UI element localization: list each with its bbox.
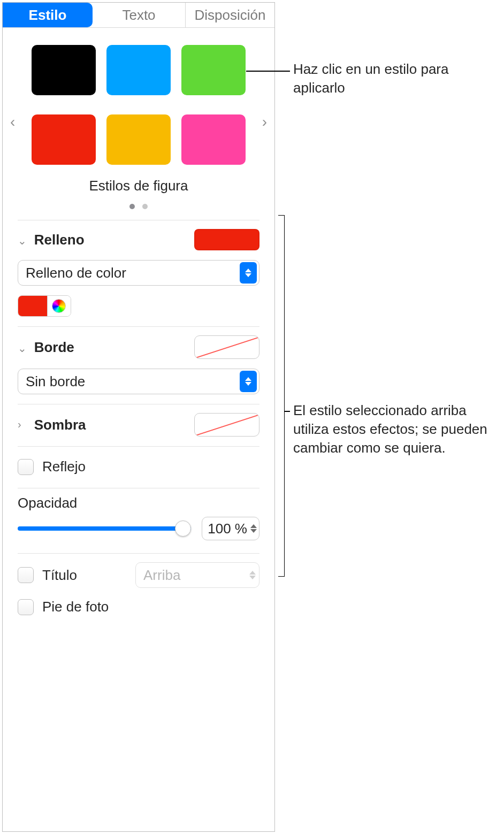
shadow-label: Sombra: [34, 417, 86, 433]
title-position-value: Arriba: [143, 567, 180, 584]
shape-style-grid: [13, 45, 264, 165]
page-dot-1[interactable]: [129, 204, 135, 209]
reflection-label: Reflejo: [42, 458, 86, 475]
fill-type-select[interactable]: Relleno de color: [18, 260, 259, 286]
chevron-right-icon[interactable]: ›: [262, 113, 267, 131]
opacity-field[interactable]: 100 %: [202, 517, 259, 540]
title-label: Título: [42, 567, 77, 584]
shape-styles-caption: Estilos de figura: [13, 178, 264, 194]
border-type-value: Sin borde: [26, 373, 85, 390]
fill-current-color[interactable]: [18, 296, 48, 316]
fill-section: ⌄ Relleno Relleno de color: [3, 220, 274, 326]
chevron-left-icon[interactable]: ‹: [10, 113, 15, 131]
caption-checkbox[interactable]: [18, 599, 34, 615]
chevron-right-icon[interactable]: ›: [18, 418, 28, 431]
border-label: Borde: [34, 339, 74, 355]
border-section: ⌄ Borde Sin borde: [3, 327, 274, 404]
fill-label: Relleno: [34, 232, 85, 248]
opacity-slider[interactable]: [18, 521, 191, 537]
slider-thumb[interactable]: [175, 521, 191, 537]
chevron-down-icon[interactable]: ⌄: [18, 342, 28, 355]
opacity-row: 100 %: [3, 511, 274, 553]
callout-bracket-b: [278, 215, 285, 577]
style-swatch-blue[interactable]: [106, 45, 171, 95]
page-dot-2[interactable]: [142, 204, 148, 209]
callout-a: Haz clic en un estilo para aplicarlo: [293, 60, 486, 97]
fill-type-value: Relleno de color: [26, 265, 126, 281]
reflection-section: Reflejo: [3, 447, 274, 488]
shape-styles-area: ‹ › Estilos de figura: [3, 28, 274, 220]
style-swatch-red[interactable]: [32, 114, 96, 165]
opacity-value: 100 %: [208, 521, 247, 537]
tab-style[interactable]: Estilo: [3, 3, 93, 27]
chevron-down-icon[interactable]: ⌄: [18, 234, 28, 247]
title-checkbox[interactable]: [18, 567, 34, 583]
inspector-tabs: Estilo Texto Disposición: [3, 3, 274, 28]
style-swatch-green[interactable]: [181, 45, 246, 95]
callout-b: El estilo seleccionado arriba utiliza es…: [293, 401, 497, 457]
opacity-label: Opacidad: [3, 495, 274, 511]
tab-text[interactable]: Texto: [93, 3, 186, 27]
border-type-select[interactable]: Sin borde: [18, 369, 259, 394]
caption-label: Pie de foto: [42, 599, 109, 615]
reflection-checkbox[interactable]: [18, 459, 34, 475]
shadow-section: › Sombra: [3, 404, 274, 446]
color-wheel-icon: [52, 299, 66, 313]
fill-color-well[interactable]: [194, 229, 259, 250]
fill-color-picker[interactable]: [18, 295, 71, 317]
title-caption-section: Título Arriba Pie de foto: [3, 554, 274, 628]
opacity-stepper[interactable]: [249, 523, 258, 534]
style-swatch-orange[interactable]: [106, 114, 171, 165]
border-preview-none[interactable]: [194, 335, 259, 359]
shadow-preview-none[interactable]: [194, 413, 259, 437]
format-inspector-panel: Estilo Texto Disposición ‹ › Estilos de …: [2, 2, 275, 832]
color-wheel-button[interactable]: [48, 296, 71, 316]
select-stepper-icon: [240, 262, 257, 284]
title-position-select[interactable]: Arriba: [135, 562, 259, 588]
select-stepper-icon: [249, 571, 256, 579]
style-swatch-black[interactable]: [32, 45, 96, 95]
select-stepper-icon: [240, 371, 257, 392]
style-swatch-pink[interactable]: [181, 114, 246, 165]
callout-leader-a: [246, 71, 290, 72]
page-dots: [13, 197, 264, 212]
callout-leader-b: [285, 411, 290, 412]
tab-layout[interactable]: Disposición: [186, 3, 274, 27]
